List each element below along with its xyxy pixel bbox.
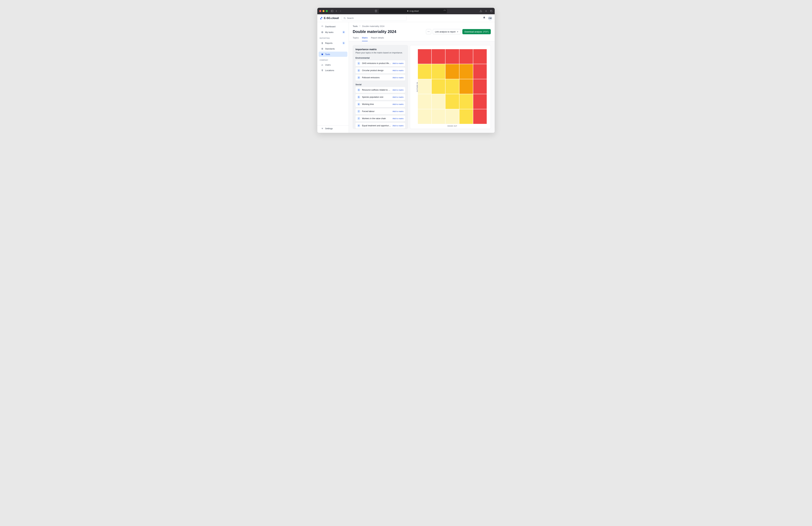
sidebar-item-settings[interactable]: Settings [319,126,347,131]
topic-name: Workers in the value chain [362,117,391,120]
heatmap-cell[interactable] [446,49,459,64]
heatmap-cell[interactable] [418,64,431,79]
avatar-initials: CW [489,17,492,19]
main: Tools Double materiality 2024 Double mat… [349,22,495,133]
search-input[interactable]: Search [342,16,407,21]
svg-point-19 [429,31,430,32]
heatmap-cell[interactable] [473,79,487,94]
heatmap-grid[interactable] [418,49,487,124]
link-analysis-button[interactable]: Link analysis to report [433,29,461,34]
topic-row[interactable]: 1GHG emissions in product lifecycle (s…A… [356,60,405,66]
svg-point-6 [344,17,345,19]
heatmap-cell[interactable] [432,79,445,94]
topic-row[interactable]: 4Resource outflows related to product…Ad… [356,87,405,93]
avatar[interactable]: CW [488,16,492,20]
add-to-matrix-link[interactable]: Add to matrix [392,96,404,98]
heatmap-cell[interactable] [446,94,459,109]
add-to-matrix-link[interactable]: Add to matrix [392,111,404,112]
breadcrumb-parent[interactable]: Tools [353,25,358,27]
heatmap-cell[interactable] [432,109,445,124]
topic-name: Forced labour [362,110,391,113]
heatmap-cell[interactable] [432,49,445,64]
add-to-matrix-link[interactable]: Add to matrix [392,62,404,64]
new-tab-icon[interactable] [484,10,488,13]
sidebar-item-label: Reports [325,42,340,44]
shield-icon[interactable] [375,10,377,13]
reload-icon[interactable] [444,10,446,12]
close-window-icon[interactable] [319,10,321,12]
heatmap-cell[interactable] [460,49,473,64]
topic-name: Circurlar product design [362,69,391,72]
heatmap-cell[interactable] [446,79,459,94]
page-title: Double materiality 2024 [353,29,396,34]
topic-row[interactable]: 3Pollurant emissionsAdd to matrix [356,75,405,81]
notifications-icon[interactable] [483,16,485,20]
tab-matrix[interactable]: Matrix [362,36,368,41]
heatmap-cell[interactable] [432,64,445,79]
heatmap-cell[interactable] [473,64,487,79]
heatmap-cell[interactable] [418,109,431,124]
sidebar-item-my-tasks[interactable]: My tasks4 [319,29,347,35]
topic-row[interactable]: 6Working timeAdd to matrix [356,101,405,107]
heatmap-cell[interactable] [460,64,473,79]
address-bar[interactable]: e-sg.cloud [379,9,447,13]
heatmap-cell[interactable] [432,94,445,109]
sidebar-item-tools[interactable]: Tools [319,52,347,57]
breadcrumb: Tools Double materiality 2024 [349,22,495,28]
panel-title: Importance matrix [356,48,405,50]
add-to-matrix-link[interactable]: Add to matrix [392,89,404,91]
url-text: e-sg.cloud [409,10,419,12]
add-to-matrix-link[interactable]: Add to matrix [392,118,404,119]
heatmap-cell[interactable] [418,94,431,109]
sidebar-item-dashboard[interactable]: Dashboard [319,24,347,29]
sidebar-item-standards[interactable]: Standards [319,46,347,51]
topic-row[interactable]: 2Circurlar product designAdd to matrix [356,68,405,73]
brand[interactable]: E-SG.cloud [320,17,339,20]
topic-row[interactable]: 5Species population sizeAdd to matrix [356,94,405,100]
heatmap-cell[interactable] [418,79,431,94]
topic-number: 9 [357,124,360,127]
minimize-window-icon[interactable] [322,10,324,12]
topic-name: Working time [362,103,391,105]
download-analysis-button[interactable]: Download analysis (PDF) [462,29,491,34]
nav-back-icon[interactable] [335,10,338,13]
share-icon[interactable] [479,10,482,13]
tab-topics[interactable]: Topics [353,36,359,41]
add-to-matrix-link[interactable]: Add to matrix [392,125,404,127]
maximize-window-icon[interactable] [326,10,328,12]
sidebar-section-heading: COMPANY [317,57,349,62]
tab-report-details[interactable]: Report details [371,36,384,41]
x-axis-label: INSIDE OUT [418,124,487,127]
dashboard-icon [321,25,323,28]
chevron-right-icon [359,25,361,27]
add-to-matrix-link[interactable]: Add to matrix [392,70,404,71]
browser-chrome: e-sg.cloud [317,8,495,14]
sidebar-item-users[interactable]: Users [319,62,347,68]
topic-row[interactable]: 9Equal treatment and opportunities for…A… [356,123,405,129]
heatmap-cell[interactable] [460,79,473,94]
sidebar-item-locations[interactable]: Locations [319,68,347,73]
tabs-icon[interactable] [490,10,493,13]
topic-row[interactable]: 7Forced labourAdd to matrix [356,108,405,114]
svg-rect-0 [331,10,333,12]
topic-row[interactable]: 7Workers in the value chainAdd to matrix [356,116,405,121]
heatmap-cell[interactable] [418,49,431,64]
heatmap-cell[interactable] [473,49,487,64]
sidebar-item-label: My tasks [325,31,340,33]
add-to-matrix-link[interactable]: Add to matrix [392,103,404,105]
users-icon [321,63,323,66]
topic-number: 4 [357,88,360,91]
more-actions-button[interactable] [426,29,431,34]
tools-icon [321,53,323,56]
sidebar-toggle-icon[interactable] [331,10,334,13]
svg-rect-13 [321,54,323,55]
heatmap-cell[interactable] [473,109,487,124]
heatmap-cell[interactable] [446,64,459,79]
heatmap-cell[interactable] [446,109,459,124]
heatmap-cell[interactable] [460,109,473,124]
sidebar-item-label: Standards [325,47,345,50]
heatmap-cell[interactable] [473,94,487,109]
sidebar-item-reports[interactable]: Reports1 [319,40,347,46]
heatmap-cell[interactable] [460,94,473,109]
add-to-matrix-link[interactable]: Add to matrix [392,77,404,78]
